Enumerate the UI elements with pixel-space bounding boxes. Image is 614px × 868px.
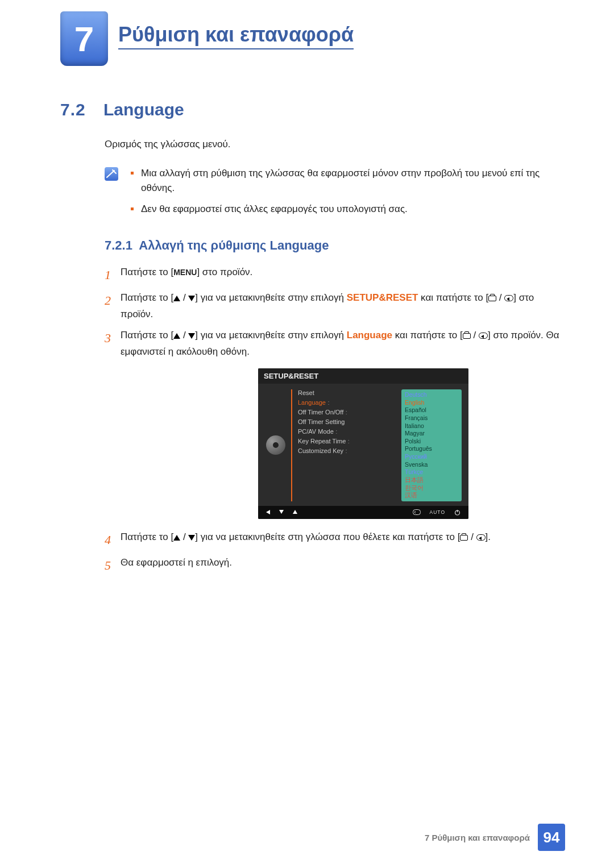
source-icon xyxy=(463,333,471,339)
step: 4 Πατήστε το [ / ] για να μετακινηθείτε … xyxy=(105,529,563,550)
osd-language-option: Deutsch xyxy=(405,391,458,399)
osd-language-option: Polski xyxy=(405,438,458,446)
osd-language-option: Português xyxy=(405,445,458,453)
footer-chapter-label: 7 Ρύθμιση και επαναφορά xyxy=(425,833,530,842)
osd-language-option: Italiano xyxy=(405,422,458,430)
osd-menu-item: Key Repeat Time: xyxy=(298,438,398,445)
step: 5 Θα εφαρμοστεί η επιλογή. xyxy=(105,555,563,576)
page-number: 94 xyxy=(538,824,565,851)
up-icon xyxy=(173,296,180,301)
osd-language-option: Español xyxy=(405,406,458,414)
section-heading: 7.2 Language xyxy=(60,100,563,119)
enter-icon xyxy=(413,509,421,516)
source-icon xyxy=(488,296,496,301)
page-footer: 7 Ρύθμιση και επαναφορά 94 xyxy=(0,824,614,851)
osd-language-option: Français xyxy=(405,414,458,422)
osd-menu-item-selected: Language: xyxy=(298,399,398,406)
down-icon xyxy=(279,510,284,514)
down-icon xyxy=(188,535,195,541)
osd-language-option: Svenska xyxy=(405,461,458,469)
auto-label: AUTO xyxy=(430,509,445,516)
up-icon xyxy=(173,333,180,339)
up-icon xyxy=(293,510,297,514)
osd-language-dropdown: Deutsch English Español Français Italian… xyxy=(401,389,462,501)
note-item: Μια αλλαγή στη ρύθμιση της γλώσσας θα εφ… xyxy=(131,166,563,196)
section-title: Language xyxy=(103,100,184,119)
highlighted-term: Language xyxy=(347,330,392,340)
osd-language-option: Türkçe xyxy=(405,468,458,476)
source-icon xyxy=(460,535,468,541)
osd-menu-list: Reset Language: Off Timer On/Off: Off Ti… xyxy=(291,389,398,501)
step: 3 Πατήστε το [ / ] για να μετακινηθείτε … xyxy=(105,327,563,360)
section-number: 7.2 xyxy=(60,100,103,119)
gear-icon xyxy=(266,435,285,455)
osd-menu-item: PC/AV Mode: xyxy=(298,428,398,435)
down-icon xyxy=(188,333,195,339)
note-block: Μια αλλαγή στη ρύθμιση της γλώσσας θα εφ… xyxy=(105,166,563,222)
osd-title: SETUP&RESET xyxy=(258,368,468,384)
note-icon xyxy=(105,167,118,181)
down-icon xyxy=(188,296,195,301)
osd-screenshot: SETUP&RESET Reset Language: Off Timer On… xyxy=(258,368,468,519)
osd-language-option: 한국어 xyxy=(405,484,458,492)
section-intro: Ορισμός της γλώσσας μενού. xyxy=(105,139,563,150)
osd-bottom-bar: AUTO xyxy=(258,506,468,519)
menu-button-label: MENU xyxy=(173,268,197,277)
osd-language-option: Magyar xyxy=(405,430,458,438)
step: 2 Πατήστε το [ / ] για να μετακινηθείτε … xyxy=(105,290,563,323)
osd-language-option: Русский xyxy=(405,453,458,461)
subsection-heading: 7.2.1 Αλλαγή της ρύθμισης Language xyxy=(105,238,563,253)
enter-icon xyxy=(504,295,513,301)
osd-menu-item: Off Timer On/Off: xyxy=(298,409,398,416)
highlighted-term: SETUP&RESET xyxy=(347,292,418,303)
osd-menu-item: Customized Key: xyxy=(298,447,398,454)
enter-icon xyxy=(479,333,488,339)
chapter-header: 7 Ρύθμιση και επαναφορά xyxy=(60,11,563,66)
step-number: 5 xyxy=(105,555,121,576)
osd-language-option: 日本語 xyxy=(405,476,458,484)
osd-menu-item: Off Timer Setting xyxy=(298,418,398,425)
step-number: 4 xyxy=(105,529,121,550)
power-icon xyxy=(454,509,460,516)
osd-menu-item: Reset xyxy=(298,389,398,396)
step-number: 3 xyxy=(105,327,121,360)
chapter-number-badge: 7 xyxy=(60,11,108,66)
steps-list: 1 Πατήστε το [MENU] στο προϊόν. 2 Πατήστ… xyxy=(105,264,563,576)
enter-icon xyxy=(476,534,486,541)
osd-language-option-selected: English xyxy=(405,399,458,407)
left-icon xyxy=(266,510,270,514)
step-number: 1 xyxy=(105,264,121,285)
note-item: Δεν θα εφαρμοστεί στις άλλες εφαρμογές τ… xyxy=(131,202,563,217)
step: 1 Πατήστε το [MENU] στο προϊόν. xyxy=(105,264,563,285)
osd-language-option: 汉语 xyxy=(405,492,458,500)
chapter-title: Ρύθμιση και επαναφορά xyxy=(118,11,354,47)
step-number: 2 xyxy=(105,290,121,323)
up-icon xyxy=(173,535,180,541)
